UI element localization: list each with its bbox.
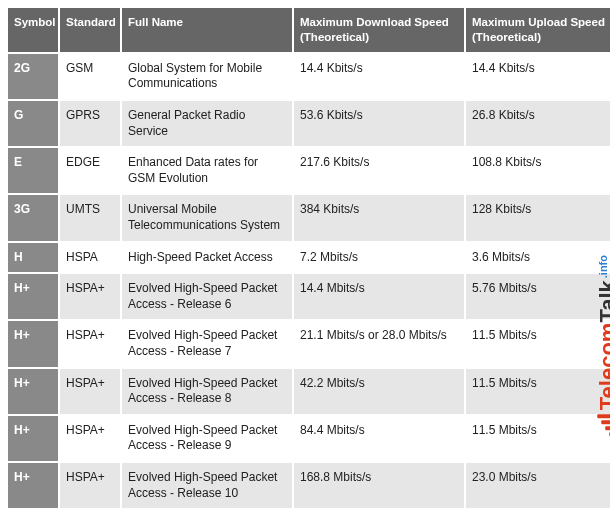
header-symbol: Symbol [8, 8, 58, 52]
cell-full-name: Evolved High-Speed Packet Access - Relea… [122, 463, 292, 508]
cell-max-up: 11.5 Mbits/s [466, 369, 610, 414]
table-row: EEDGEEnhanced Data rates for GSM Evoluti… [8, 148, 610, 193]
cell-full-name: Evolved High-Speed Packet Access - Relea… [122, 274, 292, 319]
cell-standard: HSPA+ [60, 274, 120, 319]
table-row: H+HSPA+Evolved High-Speed Packet Access … [8, 416, 610, 461]
cell-full-name: Evolved High-Speed Packet Access - Relea… [122, 321, 292, 366]
cell-symbol: E [8, 148, 58, 193]
cell-standard: HSPA+ [60, 416, 120, 461]
cell-max-down: 84.4 Mbits/s [294, 416, 464, 461]
cell-standard: GPRS [60, 101, 120, 146]
cell-max-down: 14.4 Kbits/s [294, 54, 464, 99]
cell-symbol: 3G [8, 195, 58, 240]
cell-full-name: General Packet Radio Service [122, 101, 292, 146]
table-row: GGPRSGeneral Packet Radio Service53.6 Kb… [8, 101, 610, 146]
table-row: HHSPAHigh-Speed Packet Access7.2 Mbits/s… [8, 243, 610, 273]
cell-full-name: Evolved High-Speed Packet Access - Relea… [122, 369, 292, 414]
header-full-name: Full Name [122, 8, 292, 52]
table-row: 3GUMTSUniversal Mobile Telecommunication… [8, 195, 610, 240]
cell-max-up: 23.0 Mbits/s [466, 463, 610, 508]
cell-max-up: 128 Kbits/s [466, 195, 610, 240]
cell-standard: EDGE [60, 148, 120, 193]
cell-standard: GSM [60, 54, 120, 99]
table-row: H+HSPA+Evolved High-Speed Packet Access … [8, 321, 610, 366]
cell-max-down: 217.6 Kbits/s [294, 148, 464, 193]
cell-symbol: H+ [8, 321, 58, 366]
header-max-down: Maximum Download Speed (Theoretical) [294, 8, 464, 52]
cell-symbol: H+ [8, 274, 58, 319]
cell-max-down: 384 Kbits/s [294, 195, 464, 240]
cell-max-down: 168.8 Mbits/s [294, 463, 464, 508]
cell-symbol: H+ [8, 369, 58, 414]
header-max-up: Maximum Upload Speed (Theoretical) [466, 8, 610, 52]
cell-max-up: 11.5 Mbits/s [466, 416, 610, 461]
cell-standard: UMTS [60, 195, 120, 240]
cell-max-up: 26.8 Kbits/s [466, 101, 610, 146]
cell-symbol: H+ [8, 463, 58, 508]
table-row: H+HSPA+Evolved High-Speed Packet Access … [8, 463, 610, 508]
table-header-row: Symbol Standard Full Name Maximum Downlo… [8, 8, 610, 52]
cell-max-down: 53.6 Kbits/s [294, 101, 464, 146]
table-body: 2GGSMGlobal System for Mobile Communicat… [8, 54, 610, 510]
cell-max-up: 5.76 Mbits/s [466, 274, 610, 319]
cell-symbol: 2G [8, 54, 58, 99]
cell-standard: HSPA+ [60, 321, 120, 366]
cell-max-down: 42.2 Mbits/s [294, 369, 464, 414]
cell-full-name: Enhanced Data rates for GSM Evolution [122, 148, 292, 193]
table-row: 2GGSMGlobal System for Mobile Communicat… [8, 54, 610, 99]
cell-max-down: 14.4 Mbits/s [294, 274, 464, 319]
cell-symbol: H [8, 243, 58, 273]
cell-standard: HSPA [60, 243, 120, 273]
cell-standard: HSPA+ [60, 463, 120, 508]
cell-full-name: High-Speed Packet Access [122, 243, 292, 273]
cell-full-name: Evolved High-Speed Packet Access - Relea… [122, 416, 292, 461]
speeds-table: Symbol Standard Full Name Maximum Downlo… [6, 6, 610, 510]
cell-max-down: 21.1 Mbits/s or 28.0 Mbits/s [294, 321, 464, 366]
header-standard: Standard [60, 8, 120, 52]
cell-max-up: 11.5 Mbits/s [466, 321, 610, 366]
table-row: H+HSPA+Evolved High-Speed Packet Access … [8, 369, 610, 414]
table-row: H+HSPA+Evolved High-Speed Packet Access … [8, 274, 610, 319]
cell-full-name: Universal Mobile Telecommunications Syst… [122, 195, 292, 240]
cell-symbol: G [8, 101, 58, 146]
cell-max-up: 108.8 Kbits/s [466, 148, 610, 193]
cell-max-up: 14.4 Kbits/s [466, 54, 610, 99]
cell-full-name: Global System for Mobile Communications [122, 54, 292, 99]
cell-max-down: 7.2 Mbits/s [294, 243, 464, 273]
cell-standard: HSPA+ [60, 369, 120, 414]
cell-max-up: 3.6 Mbits/s [466, 243, 610, 273]
cell-symbol: H+ [8, 416, 58, 461]
